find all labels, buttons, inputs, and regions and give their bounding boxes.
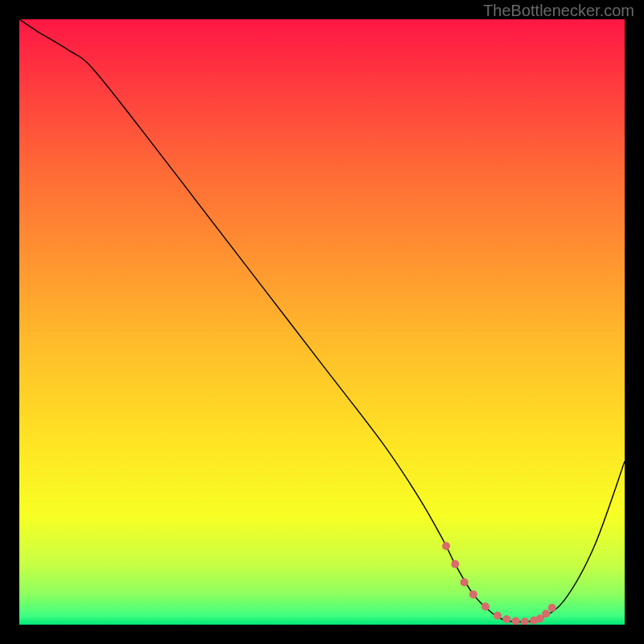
highlight-dot <box>548 604 556 612</box>
highlight-dot <box>502 615 510 623</box>
highlight-dot <box>469 590 477 598</box>
watermark-text: TheBottlenecker.com <box>483 2 634 20</box>
highlight-dot <box>493 612 502 620</box>
highlight-dot <box>451 560 459 568</box>
gradient-background <box>19 19 625 625</box>
plot-area <box>19 19 625 625</box>
highlight-dot <box>460 578 469 586</box>
highlight-dot <box>542 609 550 617</box>
chart-svg <box>19 19 625 625</box>
highlight-dot <box>442 542 450 550</box>
highlight-dot <box>481 602 489 610</box>
chart-container: TheBottlenecker.com <box>0 0 644 644</box>
